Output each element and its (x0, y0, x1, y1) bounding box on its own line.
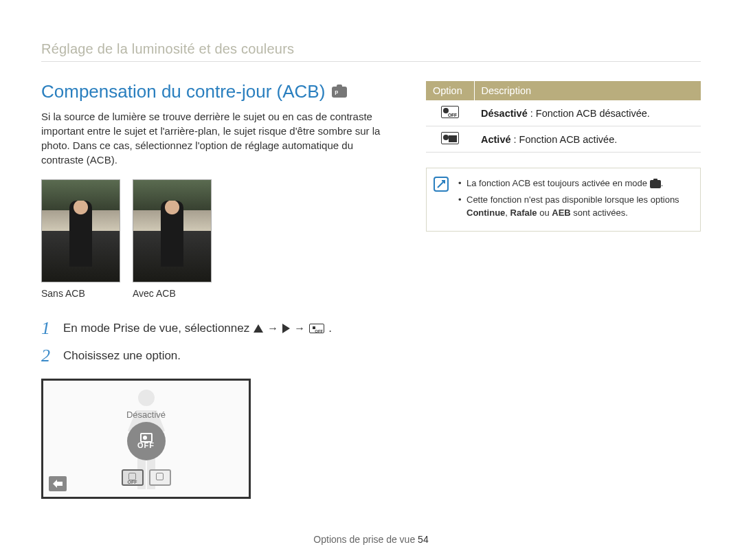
option-chips: OFF (122, 469, 171, 486)
acb-off-badge: OFF (127, 422, 166, 460)
note1-a: La fonction ACB est toujours activée en … (466, 178, 650, 188)
acb-off-icon (441, 106, 459, 118)
note1-b: . (661, 178, 664, 188)
step-1-label: En mode Prise de vue, sélectionnez (63, 322, 249, 335)
section-heading: Compensation du contre-jour (ACB) p (41, 81, 385, 102)
step-1-tail: . (328, 322, 332, 335)
th-description: Description (474, 81, 701, 100)
arrow-icon: → (267, 322, 278, 335)
note-box: La fonction ACB est toujours activée en … (426, 168, 701, 232)
example-image-with-acb (133, 179, 212, 282)
page-footer: Options de prise de vue 54 (0, 534, 742, 545)
note-item-1: La fonction ACB est toujours activée en … (458, 177, 690, 190)
caption-without-acb: Sans ACB (41, 288, 120, 299)
page-number: 54 (418, 534, 429, 545)
note-item-2: Cette fonction n'est pas disponible lors… (458, 193, 690, 220)
note2-b1: Continue (466, 208, 505, 218)
desc-on: Activé : Fonction ACB activée. (474, 126, 701, 153)
back-arrow-icon (53, 480, 63, 488)
desc-off-rest: : Fonction ACB désactivée. (528, 108, 650, 119)
acb-off-badge-icon (140, 433, 153, 443)
up-triangle-icon (254, 324, 263, 333)
desc-on-bold: Activé (481, 134, 511, 145)
note2-m2: ou (537, 208, 552, 218)
camera-mode-badge-text: p (335, 89, 338, 95)
breadcrumb: Réglage de la luminosité et des couleurs (41, 41, 701, 57)
step-2: 2 Choisissez une option. (41, 346, 385, 366)
back-button[interactable] (49, 476, 67, 491)
table-row: Désactivé : Fonction ACB désactivée. (426, 100, 701, 126)
chip-acb-on[interactable] (149, 469, 171, 486)
th-option: Option (426, 81, 474, 100)
desc-off: Désactivé : Fonction ACB désactivée. (474, 100, 701, 126)
desc-off-bold: Désactivé (481, 108, 528, 119)
divider (41, 61, 701, 62)
camera-screen-mockup: Désactivé OFF OFF (41, 379, 251, 499)
acb-on-icon (441, 132, 459, 144)
manual-page: Réglage de la luminosité et des couleurs… (0, 0, 742, 560)
step-number: 2 (41, 346, 55, 366)
note2-a: Cette fonction n'est pas disponible lors… (466, 194, 679, 205)
note2-end: sont activées. (571, 208, 628, 218)
example-captions: Sans ACB Avec ACB (41, 288, 385, 299)
intro-paragraph: Si la source de lumière se trouve derriè… (41, 109, 385, 167)
right-column: Option Description Désactivé : Fonction … (426, 81, 701, 499)
caption-with-acb: Avec ACB (133, 288, 212, 299)
step-1: 1 En mode Prise de vue, sélectionnez → →… (41, 318, 385, 339)
chip-acb-off[interactable]: OFF (122, 469, 144, 486)
step-1-text: En mode Prise de vue, sélectionnez → → . (63, 322, 332, 335)
table-row: Activé : Fonction ACB activée. (426, 126, 701, 153)
note2-b2: Rafale (510, 208, 537, 218)
left-column: Compensation du contre-jour (ACB) p Si l… (41, 81, 385, 499)
desc-on-rest: : Fonction ACB activée. (511, 134, 618, 145)
step-number: 1 (41, 318, 55, 339)
camera-icon (650, 180, 661, 188)
note-icon (434, 177, 449, 192)
camera-mode-icon: p (332, 87, 347, 98)
acb-off-icon (309, 324, 324, 333)
note2-m1: , (505, 208, 510, 218)
heading-text: Compensation du contre-jour (ACB) (41, 81, 325, 102)
steps-list: 1 En mode Prise de vue, sélectionnez → →… (41, 318, 385, 366)
screen-option-label: Désactivé (126, 410, 166, 420)
options-table: Option Description Désactivé : Fonction … (426, 81, 701, 153)
example-image-without-acb (41, 179, 120, 282)
note2-b3: AEB (552, 208, 570, 218)
step-2-text: Choisissez une option. (63, 349, 181, 363)
footer-section: Options de prise de vue (313, 534, 418, 545)
arrow-icon: → (294, 322, 305, 335)
example-images (41, 179, 385, 282)
two-column-layout: Compensation du contre-jour (ACB) p Si l… (41, 81, 701, 499)
chip-acb-off-label: OFF (128, 480, 137, 484)
chevron-right-icon (282, 324, 290, 333)
